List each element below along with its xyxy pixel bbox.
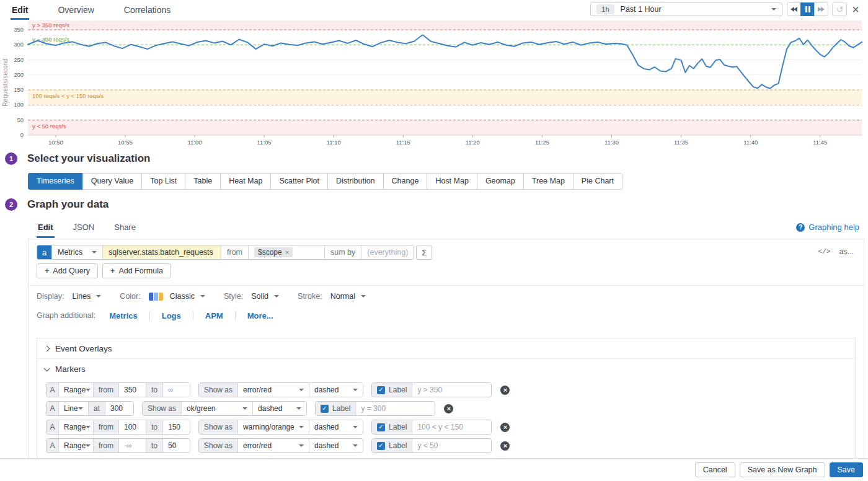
viz-tab-geomap[interactable]: Geomap bbox=[477, 173, 524, 190]
x-tick-label: 11:10 bbox=[327, 139, 341, 144]
marker-to-input[interactable]: 50 bbox=[162, 439, 190, 452]
group-by-input[interactable]: (everything) bbox=[361, 245, 414, 259]
marker-label-input[interactable]: y = 300 bbox=[355, 402, 435, 415]
marker-color-select[interactable]: warning/orange bbox=[237, 420, 309, 434]
label-label: Label bbox=[389, 423, 407, 431]
viz-tab-scatter-plot[interactable]: Scatter Plot bbox=[270, 173, 328, 190]
timeseries-chart[interactable]: y > 350 reqs/sy = 300 reqs/s100 reqs/s <… bbox=[0, 20, 868, 144]
viz-tab-distribution[interactable]: Distribution bbox=[327, 173, 384, 190]
scope-tag[interactable]: $scope× bbox=[254, 247, 293, 257]
editor-tab-share[interactable]: Share bbox=[113, 218, 137, 238]
marker-line-style-select[interactable]: dashed bbox=[252, 402, 306, 415]
editor-tab-edit[interactable]: Edit bbox=[37, 218, 55, 238]
alias-as-button[interactable]: as... bbox=[839, 247, 854, 256]
query-source-select[interactable]: Metrics bbox=[51, 245, 102, 259]
marker-line-style-value: dashed bbox=[314, 441, 339, 450]
marker-from-input[interactable]: 350 bbox=[118, 383, 146, 397]
editor-tab-json[interactable]: JSON bbox=[72, 218, 96, 238]
delete-marker-button[interactable]: × bbox=[500, 441, 510, 451]
code-icon[interactable]: </> bbox=[818, 248, 831, 255]
marker-label-input[interactable]: y > 350 bbox=[412, 383, 491, 397]
viz-tab-change[interactable]: Change bbox=[383, 173, 428, 190]
viz-tab-table[interactable]: Table bbox=[185, 173, 221, 190]
step-1-header: 1 Select your visualization bbox=[5, 152, 150, 165]
metric-input[interactable]: sqlserver.stats.batch_requests bbox=[102, 245, 221, 259]
delete-marker-button[interactable]: × bbox=[500, 386, 510, 395]
viz-tab-pie-chart[interactable]: Pie Chart bbox=[573, 173, 622, 190]
event-overlays-toggle[interactable]: Event Overlays bbox=[37, 338, 855, 359]
chevron-down-icon bbox=[771, 8, 776, 11]
viz-tab-top-list[interactable]: Top List bbox=[141, 173, 185, 190]
style-select[interactable]: Solid bbox=[251, 292, 279, 301]
marker-color-select[interactable]: ok/green bbox=[181, 402, 252, 415]
advanced-functions-button[interactable]: Σ bbox=[416, 245, 432, 260]
add-formula-button[interactable]: +Add Formula bbox=[102, 263, 171, 278]
viz-tab-heat-map[interactable]: Heat Map bbox=[220, 173, 271, 190]
marker-at-input[interactable]: 300 bbox=[105, 402, 133, 415]
stroke-select[interactable]: Normal bbox=[330, 292, 366, 301]
marker-color-value: error/red bbox=[243, 441, 272, 450]
label-checkbox[interactable]: ✓ bbox=[377, 423, 385, 431]
marker-type-select[interactable]: Range bbox=[58, 383, 93, 397]
graph-additional-link-logs[interactable]: Logs bbox=[162, 311, 181, 320]
editor-tab-bar: EditJSONShare bbox=[37, 218, 859, 238]
time-range-badge: 1h bbox=[596, 4, 614, 14]
time-range-select[interactable]: 1h Past 1 Hour bbox=[590, 2, 782, 16]
marker-from-input[interactable]: 100 bbox=[118, 420, 146, 434]
time-controls: 1h Past 1 Hour ↺ × bbox=[590, 2, 859, 16]
save-button[interactable]: Save bbox=[830, 462, 864, 477]
marker-color-select[interactable]: error/red bbox=[237, 439, 309, 452]
marker-label-input[interactable]: 100 < y < 150 bbox=[412, 420, 491, 434]
delete-icon: × bbox=[503, 443, 507, 449]
save-as-new-graph-button[interactable]: Save as New Graph bbox=[740, 462, 825, 477]
label-checkbox[interactable]: ✓ bbox=[321, 405, 329, 413]
rewind-button[interactable] bbox=[787, 2, 801, 16]
marker-color-select[interactable]: error/red bbox=[237, 383, 309, 397]
color-select[interactable]: Classic bbox=[149, 292, 205, 301]
marker-line-style-select[interactable]: dashed bbox=[309, 420, 363, 434]
marker-to-input[interactable]: 150 bbox=[162, 420, 190, 434]
caret-down-icon bbox=[353, 444, 358, 447]
refresh-button[interactable]: ↺ bbox=[832, 2, 847, 16]
graphing-help-link[interactable]: ? Graphing help bbox=[796, 223, 859, 232]
marker-color-value: error/red bbox=[243, 386, 272, 394]
marker-zone bbox=[28, 20, 862, 30]
marker-type-select[interactable]: Range bbox=[58, 420, 93, 434]
forward-button[interactable] bbox=[814, 2, 828, 16]
marker-color-value: ok/green bbox=[187, 404, 216, 413]
viz-tab-query-value[interactable]: Query Value bbox=[82, 173, 143, 190]
pause-icon bbox=[805, 5, 811, 14]
marker-label-input[interactable]: y < 50 bbox=[412, 439, 491, 452]
marker-from-input[interactable]: -∞ bbox=[118, 439, 146, 452]
graph-additional-link-more[interactable]: More... bbox=[247, 311, 273, 320]
viz-tab-host-map[interactable]: Host Map bbox=[427, 173, 477, 190]
graph-additional-link-apm[interactable]: APM bbox=[205, 311, 223, 320]
label-checkbox[interactable]: ✓ bbox=[377, 442, 385, 450]
viz-tab-tree-map[interactable]: Tree Map bbox=[523, 173, 574, 190]
series-line bbox=[28, 35, 862, 88]
add-query-button[interactable]: +Add Query bbox=[37, 263, 98, 278]
remove-scope-icon[interactable]: × bbox=[285, 249, 289, 256]
cancel-button[interactable]: Cancel bbox=[695, 462, 735, 477]
scope-input[interactable]: $scope× bbox=[248, 245, 324, 259]
graph-data-title: Graph your data bbox=[27, 198, 108, 211]
top-tab-correlations[interactable]: Correlations bbox=[123, 0, 172, 20]
top-tab-edit[interactable]: Edit bbox=[11, 0, 29, 20]
marker-type-select[interactable]: Line bbox=[58, 402, 88, 415]
show-as-label: Show as bbox=[199, 383, 237, 397]
markers-toggle[interactable]: Markers bbox=[37, 359, 855, 379]
delete-marker-button[interactable]: × bbox=[500, 423, 510, 432]
display-select[interactable]: Lines bbox=[72, 292, 101, 301]
close-button[interactable]: × bbox=[852, 3, 859, 15]
graph-additional-link-metrics[interactable]: Metrics bbox=[109, 311, 138, 320]
label-checkbox[interactable]: ✓ bbox=[377, 386, 385, 394]
marker-line-style-select[interactable]: dashed bbox=[309, 439, 363, 452]
top-tab-overview[interactable]: Overview bbox=[56, 0, 95, 20]
pause-button[interactable] bbox=[800, 2, 815, 16]
show-as-label: Show as bbox=[199, 420, 237, 434]
delete-marker-button[interactable]: × bbox=[444, 404, 453, 413]
marker-line-style-select[interactable]: dashed bbox=[309, 383, 363, 397]
marker-type-select[interactable]: Range bbox=[58, 439, 93, 452]
marker-to-input[interactable]: ∞ bbox=[162, 383, 190, 397]
viz-tab-timeseries[interactable]: Timeseries bbox=[28, 173, 83, 190]
